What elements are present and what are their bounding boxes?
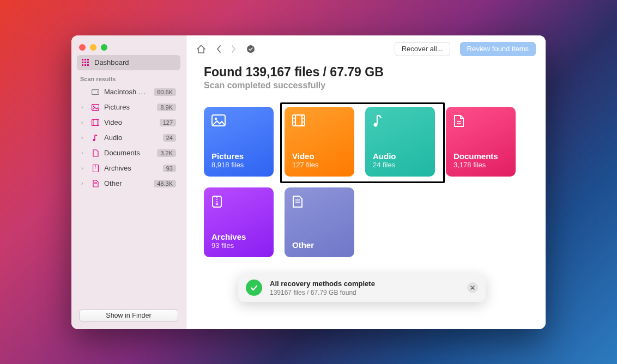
card-audio[interactable]: Audio 24 files (365, 107, 435, 177)
toast-message: All recovery methods complete 139167 fil… (270, 280, 459, 296)
card-subtitle: 8,918 files (211, 161, 266, 169)
card-subtitle: 24 files (373, 161, 427, 169)
sidebar-item-archives[interactable]: › Archives 93 (77, 161, 180, 176)
card-pictures[interactable]: Pictures 8,918 files (204, 107, 274, 177)
disk-icon (91, 89, 100, 95)
sidebar-item-label: Macintosh HD -… (104, 88, 149, 96)
sidebar-section-header: Scan results (71, 70, 186, 84)
svg-rect-0 (82, 59, 83, 60)
sidebar-item-dashboard[interactable]: Dashboard (77, 55, 180, 70)
app-window: Dashboard Scan results Macintosh HD -… 6… (71, 35, 546, 329)
picture-icon (91, 104, 100, 111)
count-badge: 127 (160, 119, 176, 126)
grid-icon (81, 59, 90, 66)
document-icon (91, 149, 100, 157)
chevron-right-icon: › (81, 104, 87, 110)
sidebar-item-label: Video (104, 118, 155, 126)
chevron-right-icon: › (81, 119, 87, 125)
svg-rect-5 (87, 62, 89, 63)
count-badge: 48.3K (154, 180, 176, 187)
chevron-right-icon: › (81, 165, 87, 171)
card-title: Other (292, 240, 347, 250)
toast-subtitle: 139167 files / 67.79 GB found (270, 289, 459, 296)
file-icon (91, 180, 100, 187)
card-title: Video (292, 151, 347, 161)
music-note-icon (91, 134, 100, 142)
summary-subtitle: Scan completed successfully (204, 81, 528, 90)
back-button[interactable] (216, 45, 222, 53)
svg-rect-4 (84, 62, 86, 63)
music-note-icon (373, 114, 427, 128)
svg-rect-13 (92, 119, 99, 125)
toast-close-button[interactable] (467, 282, 478, 293)
sidebar-item-pictures[interactable]: › Pictures 8.9K (77, 100, 180, 115)
svg-rect-6 (82, 64, 83, 66)
toast-title: All recovery methods complete (270, 280, 459, 288)
sidebar-item-disk[interactable]: Macintosh HD -… 60.6K (77, 84, 180, 100)
chevron-right-icon: › (81, 135, 87, 141)
card-documents[interactable]: Documents 3,178 files (446, 107, 516, 177)
chevron-right-icon: › (81, 180, 87, 186)
review-found-items-button[interactable]: Review found items (460, 42, 536, 56)
card-archives[interactable]: Archives 93 files (204, 187, 274, 257)
count-badge: 8.9K (157, 104, 176, 111)
sidebar-item-label: Audio (104, 134, 159, 142)
svg-rect-24 (293, 115, 305, 126)
card-other[interactable]: Other (285, 187, 354, 257)
checkmark-icon (246, 280, 262, 296)
content: Found 139,167 files / 67.79 GB Scan comp… (186, 63, 546, 329)
card-title: Documents (453, 151, 508, 161)
card-subtitle: 127 files (292, 161, 347, 169)
svg-rect-3 (82, 62, 83, 63)
sidebar-item-audio[interactable]: › Audio 24 (77, 130, 180, 145)
svg-point-10 (97, 92, 98, 93)
completion-toast: All recovery methods complete 139167 fil… (238, 274, 486, 302)
card-video[interactable]: Video 127 files (285, 107, 354, 177)
count-badge: 93 (163, 165, 176, 172)
card-title: Pictures (211, 151, 266, 161)
svg-point-31 (374, 123, 378, 126)
show-in-finder-button[interactable]: Show in Finder (79, 310, 178, 321)
window-controls (71, 35, 186, 55)
close-window-button[interactable] (79, 44, 86, 51)
card-subtitle: 93 files (211, 241, 266, 250)
file-icon (292, 195, 347, 208)
svg-point-36 (216, 203, 217, 204)
scan-status-icon[interactable] (246, 45, 255, 53)
chevron-right-icon: › (81, 150, 87, 156)
recover-all-button[interactable]: Recover all... (395, 42, 450, 56)
document-icon (453, 114, 508, 128)
sidebar-item-label: Other (104, 179, 149, 187)
toolbar: Recover all... Review found items (186, 35, 546, 63)
sidebar-item-video[interactable]: › Video 127 (77, 115, 180, 130)
card-title: Archives (211, 232, 266, 241)
sidebar: Dashboard Scan results Macintosh HD -… 6… (71, 35, 186, 329)
archive-icon (211, 195, 266, 208)
home-icon[interactable] (196, 44, 206, 54)
svg-point-23 (215, 117, 217, 119)
sidebar-item-documents[interactable]: › Documents 3.2K (77, 145, 180, 161)
sidebar-item-other[interactable]: › Other 48.3K (77, 176, 180, 191)
maximize-window-button[interactable] (101, 44, 107, 51)
picture-icon (211, 114, 266, 126)
svg-rect-2 (87, 59, 89, 60)
card-title: Audio (373, 151, 427, 161)
svg-point-16 (93, 139, 95, 141)
sidebar-item-label: Dashboard (94, 58, 176, 66)
film-icon (91, 119, 100, 126)
svg-rect-7 (84, 64, 86, 66)
archive-icon (91, 165, 100, 172)
summary-title: Found 139,167 files / 67.79 GB (204, 65, 528, 80)
nav-group (216, 45, 237, 53)
main-panel: Recover all... Review found items Found … (186, 35, 546, 329)
svg-rect-8 (87, 64, 89, 66)
sidebar-item-label: Archives (104, 164, 159, 172)
card-subtitle: 3,178 files (453, 161, 508, 169)
minimize-window-button[interactable] (90, 44, 96, 51)
forward-button[interactable] (230, 45, 237, 53)
count-badge: 60.6K (154, 88, 176, 96)
svg-rect-1 (84, 59, 86, 60)
sidebar-item-label: Pictures (104, 103, 153, 111)
category-cards: Pictures 8,918 files Video 127 files (204, 107, 528, 257)
film-icon (292, 114, 347, 126)
